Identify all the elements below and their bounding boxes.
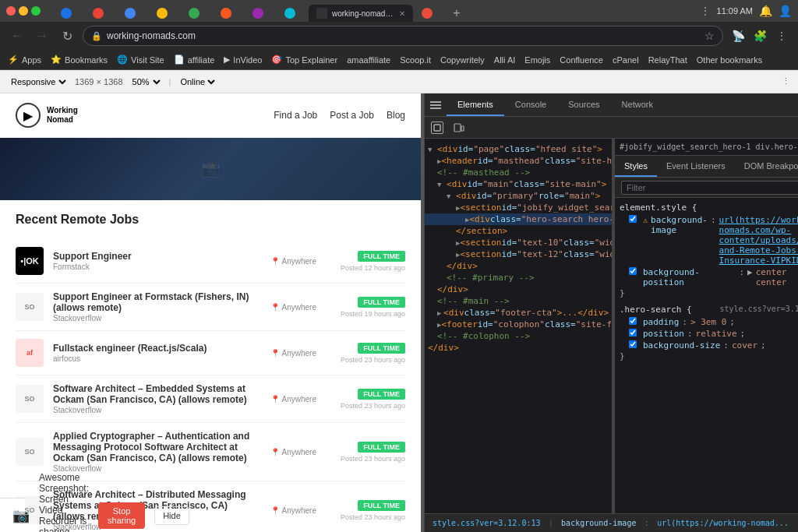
extensions-icon[interactable]: 🧩 [751, 27, 768, 44]
tab-sources[interactable]: Sources [557, 93, 610, 116]
job-card-4[interactable]: SO Software Architect – Embedded Systems… [16, 375, 405, 423]
toggle-icon-15[interactable]: ▶ [437, 309, 443, 317]
notification-icon[interactable]: 🔔 [759, 5, 772, 17]
close-button[interactable] [6, 6, 16, 16]
address-bar[interactable]: 🔒 working-nomads.com ☆ [83, 26, 723, 46]
address-text: working-nomads.com [107, 30, 700, 41]
tab-1[interactable] [53, 5, 84, 22]
stop-sharing-button[interactable]: Stop sharing [98, 502, 145, 529]
nav-post-job[interactable]: Post a Job [330, 110, 374, 121]
toggle-icon[interactable]: ▼ [428, 146, 437, 153]
bookmark-bookmarks[interactable]: ⭐Bookmarks [51, 55, 108, 65]
elem-line-4[interactable]: ▼ <div id="main" class="site-main" > [425, 178, 612, 190]
bookmark-cpanel[interactable]: cPanel [613, 55, 639, 65]
online-select[interactable]: Online [177, 76, 217, 87]
prop-checkbox-position[interactable] [629, 329, 637, 336]
tab-network[interactable]: Network [611, 93, 664, 116]
elem-line-2[interactable]: ▶ <header id="masthead" class="site-head… [425, 155, 612, 167]
tab-2[interactable] [85, 5, 116, 22]
bookmark-amaaffiliate[interactable]: amaaffiliate [347, 55, 390, 65]
bookmark-affiliate[interactable]: 📄affiliate [174, 55, 215, 65]
prop-checkbox-bg[interactable] [629, 215, 637, 223]
devtools-toggle-icon[interactable] [425, 93, 447, 116]
bookmark-copywritely[interactable]: Copywritely [440, 55, 485, 65]
selector-box-icon [431, 122, 443, 134]
elem-line-14[interactable]: <!-- #main --> [425, 295, 612, 307]
menu-icon[interactable]: ⋮ [773, 27, 790, 44]
tab-console[interactable]: Console [504, 93, 557, 116]
tab-3[interactable] [117, 5, 148, 22]
elem-line-11[interactable]: </div> [425, 260, 612, 272]
job-card-2[interactable]: SO Support Engineer at Formstack (Fisher… [16, 284, 405, 331]
elem-line-8[interactable]: </section> [425, 225, 612, 237]
subtab-event-listeners[interactable]: Event Listeners [657, 156, 735, 177]
maximize-button[interactable] [31, 6, 41, 16]
prop-checkbox-bg-size[interactable] [629, 340, 637, 348]
element-selector[interactable] [431, 122, 443, 134]
job-card-3[interactable]: af Fullstack engineer (React.js/Scala) a… [16, 331, 405, 375]
device-toggle-icon[interactable] [450, 118, 468, 137]
elem-line-15[interactable]: ▶ <div class="footer-cta" >...</div> [425, 307, 612, 319]
bookmark-visit-site[interactable]: 🌐Visit Site [117, 55, 164, 65]
elem-line-10[interactable]: ▶ <section id="text-12" class="widget wi… [425, 248, 612, 260]
nav-blog[interactable]: Blog [387, 110, 405, 121]
reload-button[interactable]: ↻ [58, 26, 76, 45]
bookmark-invideo[interactable]: ▶InVideo [224, 55, 262, 65]
elem-line-17[interactable]: <!-- #colophon --> [425, 330, 612, 342]
cast-icon[interactable]: 📡 [729, 27, 747, 44]
tab-elements[interactable]: Elements [447, 93, 504, 116]
toggle-icon-5[interactable]: ▼ [447, 192, 456, 200]
tab-active[interactable]: working-nomads.com ✕ [309, 5, 413, 22]
tab-10[interactable] [414, 5, 445, 22]
tab-active-label: working-nomads.com [332, 9, 394, 18]
tab-6[interactable] [213, 5, 244, 22]
bookmark-confluence[interactable]: Confluence [560, 55, 603, 65]
elem-line-9[interactable]: ▶ <section id="text-10" class="widget wi… [425, 237, 612, 248]
bookmark-relaythat[interactable]: RelayThat [648, 55, 687, 65]
bookmark-apps[interactable]: ⚡Apps [8, 55, 41, 65]
tab-7[interactable] [245, 5, 276, 22]
hide-button[interactable]: Hide [154, 506, 189, 525]
elem-line-13[interactable]: </div> [425, 284, 612, 295]
job-info-3: Fullstack engineer (React.js/Scala) airf… [53, 343, 261, 363]
elem-line-5[interactable]: ▼ <div id="primary" role="main" > [425, 190, 612, 202]
bookmark-star-icon[interactable]: ☆ [704, 30, 715, 42]
job-card-1[interactable]: •|OK Support Engineer Formstack 📍 Anywhe… [16, 239, 405, 284]
bg-image-url[interactable]: url(https://working-nomads.com/wp-conten… [719, 215, 798, 266]
elem-line-7-selected[interactable]: ▶ <div class="hero-search hero-search--n… [425, 213, 612, 225]
elem-line-18[interactable]: </div> [425, 342, 612, 354]
elem-line-12[interactable]: <!-- #primary --> [425, 272, 612, 284]
bookmark-emojis[interactable]: Emojis [524, 55, 550, 65]
prop-checkbox-padding[interactable] [629, 317, 637, 325]
responsive-mode-select[interactable]: Responsive [8, 76, 69, 87]
tab-5[interactable] [181, 5, 212, 22]
zoom-select[interactable]: 50% [129, 76, 163, 87]
tab-4[interactable] [149, 5, 180, 22]
prop-checkbox-bg-pos[interactable] [629, 267, 637, 275]
bookmark-top-explainer[interactable]: 🎯Top Explainer [271, 55, 337, 65]
new-tab-button[interactable]: + [446, 5, 468, 22]
subtab-styles[interactable]: Styles [615, 156, 657, 177]
forward-button[interactable]: → [33, 26, 51, 45]
tab-8[interactable] [277, 5, 308, 22]
elem-line-1[interactable]: ▼ <div id="page" class="hfeed site" > [425, 143, 612, 155]
subtab-dom-breakpoints[interactable]: DOM Breakpoints [735, 156, 798, 177]
account-icon[interactable]: 👤 [779, 5, 792, 17]
elem-line-3[interactable]: <!-- #masthead --> [425, 167, 612, 178]
minimize-button[interactable] [19, 6, 28, 16]
styles-filter-field[interactable] [621, 181, 798, 195]
bookmark-scoopit[interactable]: Scoop.it [400, 55, 431, 65]
elem-line-16[interactable]: ▶ <footer id="colophon" class="site-foot… [425, 319, 612, 330]
style-source-hero: style.css?ver=3.12.0:13 [720, 305, 798, 313]
bookmark-other[interactable]: Other bookmarks [697, 55, 762, 65]
job-location-4: 📍 Anywhere [270, 395, 326, 403]
nav-find-job[interactable]: Find a Job [274, 110, 317, 121]
back-button[interactable]: ← [8, 26, 26, 45]
tab-close-button[interactable]: ✕ [399, 9, 405, 18]
job-badge-2: FULL TIME [358, 297, 405, 308]
settings-icon[interactable]: ⋮ [700, 5, 711, 17]
elem-line-6[interactable]: ▶ <section id="jobify_widget_search_hero… [425, 202, 612, 213]
bookmark-alliai[interactable]: Alli AI [494, 55, 516, 65]
toggle-icon-4[interactable]: ▼ [437, 181, 447, 188]
more-options-icon[interactable]: ⋮ [782, 76, 790, 86]
